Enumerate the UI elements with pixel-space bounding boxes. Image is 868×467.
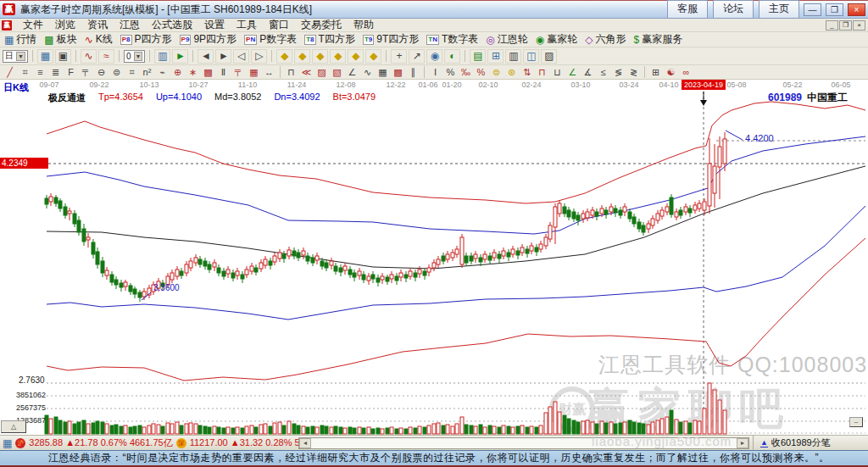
draw-tool-icon-8[interactable]: ⌗ — [125, 66, 139, 78]
view-tool-icon-6[interactable]: ≈ — [98, 49, 114, 64]
pane-collapse-button[interactable]: – — [849, 417, 863, 427]
view-tool-icon-2[interactable]: ▦ — [37, 49, 53, 64]
draw-tool-icon-31[interactable]: ‰ — [459, 66, 473, 78]
view-tool-icon-33[interactable]: ◫ — [523, 49, 539, 64]
draw-tool-icon-22[interactable]: ▧ — [330, 66, 344, 78]
view-tool-icon-32[interactable]: ▥ — [505, 49, 521, 64]
view-tool-icon-26[interactable]: ↗ — [409, 49, 425, 64]
toolbar-button-K线[interactable]: ∿K线 — [85, 32, 113, 47]
view-tool-icon-22[interactable]: ◆ — [348, 49, 364, 64]
toolbar-button-T数字表[interactable]: TNT数字表 — [426, 32, 478, 47]
close-button[interactable]: × — [848, 3, 865, 16]
toolbar-button-赢家轮[interactable]: ◉赢家轮 — [536, 32, 577, 47]
draw-tool-icon-4[interactable]: F — [64, 66, 78, 78]
draw-tool-icon-19[interactable]: ⊓ — [284, 66, 298, 78]
draw-tool-icon-32[interactable]: % — [474, 66, 488, 78]
toolbar-button-板块[interactable]: ▩板块 — [44, 32, 76, 47]
draw-tool-icon-33[interactable]: ⊜ — [489, 66, 504, 78]
draw-tool-icon-2[interactable]: ≡ — [33, 66, 47, 78]
menu-item-3[interactable]: 资讯 — [81, 19, 114, 32]
menu-item-8[interactable]: 窗口 — [263, 19, 295, 32]
scroll-right-button[interactable]: ▸ — [737, 438, 748, 448]
draw-tool-icon-34[interactable]: ⊛ — [504, 66, 519, 78]
draw-tool-icon-9[interactable]: n² — [140, 66, 154, 78]
draw-tool-icon-14[interactable]: Ⅱ — [216, 66, 231, 78]
view-tool-icon-15[interactable]: ◁ — [233, 49, 249, 64]
toolbar-button-P四方形[interactable]: P8P四方形 — [120, 32, 172, 47]
toolbar-button-P数字表[interactable]: PNP数字表 — [244, 32, 297, 47]
draw-tool-icon-23[interactable]: ∠ — [345, 66, 359, 78]
draw-tool-icon-41[interactable]: ≶ — [611, 66, 626, 78]
mdi-minimize-button[interactable]: _ — [826, 20, 838, 31]
draw-tool-icon-1[interactable]: ⌗ — [18, 66, 32, 78]
draw-tool-icon-39[interactable]: ∡ — [581, 66, 595, 78]
view-tool-icon-10[interactable]: ▥ — [154, 49, 170, 64]
minimize-button[interactable]: — — [804, 3, 821, 16]
view-tool-icon-13[interactable]: ◄ — [198, 49, 214, 64]
draw-tool-icon-6[interactable]: ⊖ — [94, 66, 108, 78]
draw-tool-icon-5[interactable]: 〒 — [79, 66, 93, 78]
draw-tool-icon-20[interactable]: ≪ — [299, 66, 314, 78]
draw-tool-icon-46[interactable]: ∞ — [679, 66, 693, 78]
menu-item-6[interactable]: 设置 — [198, 19, 231, 32]
view-tool-combo-8[interactable]: 0▼ — [124, 50, 146, 63]
draw-tool-icon-10[interactable]: ⌁ — [155, 66, 170, 78]
draw-tool-icon-40[interactable]: ≤ — [596, 66, 610, 78]
horizontal-scrollbar[interactable]: ◂ ▸ — [298, 437, 749, 449]
draw-tool-icon-7[interactable]: ⊜ — [109, 66, 124, 78]
toolbar-button-行情[interactable]: ▦行情 — [4, 32, 36, 47]
draw-tool-icon-25[interactable]: ▦ — [376, 66, 390, 78]
draw-tool-icon-26[interactable]: ▩ — [391, 66, 405, 78]
menu-item-7[interactable]: 工具 — [231, 19, 263, 32]
draw-tool-icon-3[interactable]: ≣ — [48, 66, 63, 78]
view-tool-icon-3[interactable]: ▣ — [55, 49, 71, 64]
view-tool-icon-28[interactable]: ◐ — [444, 49, 460, 64]
draw-tool-icon-0[interactable]: ╱ — [3, 66, 17, 78]
menu-item-5[interactable]: 公式选股 — [146, 19, 198, 32]
toolbar-button-9T四方形[interactable]: T99T四方形 — [363, 32, 419, 47]
draw-tool-icon-21[interactable]: ▨ — [314, 66, 329, 78]
scroll-left-button[interactable]: ◂ — [299, 438, 311, 448]
menu-item-2[interactable]: 浏览 — [49, 19, 81, 32]
maximize-button[interactable]: ❐ — [826, 3, 843, 16]
view-tool-icon-34[interactable]: ▨ — [541, 49, 557, 64]
toolbar-button-赢家服务[interactable]: $赢家服务 — [633, 32, 682, 47]
toolbar-button-9P四方形[interactable]: P99P四方形 — [180, 32, 236, 47]
draw-tool-icon-37[interactable]: ⊔ — [550, 66, 565, 78]
tab-daily-kline[interactable]: 日K线 — [3, 81, 29, 94]
view-tool-icon-5[interactable]: ∿ — [81, 49, 97, 64]
draw-tool-icon-11[interactable]: ⊕ — [170, 66, 185, 78]
homepage-button[interactable]: 主页 — [759, 0, 799, 19]
view-tool-icon-23[interactable]: ◆ — [365, 49, 381, 64]
draw-tool-icon-13[interactable]: ▩ — [201, 66, 215, 78]
toolbar-button-江恩轮[interactable]: ◎江恩轮 — [486, 32, 527, 47]
draw-tool-icon-35[interactable]: ⇅ — [520, 66, 534, 78]
draw-tool-icon-38[interactable]: ∠ — [565, 66, 580, 78]
draw-tool-icon-45[interactable]: ☯ — [664, 66, 678, 78]
draw-tool-icon-12[interactable]: ∗ — [186, 66, 200, 78]
mdi-restore-button[interactable]: ❐ — [839, 20, 852, 31]
view-tool-icon-25[interactable]: + — [391, 49, 407, 64]
view-tool-icon-16[interactable]: ▷ — [251, 49, 267, 64]
draw-tool-icon-15[interactable]: 〒 — [231, 66, 246, 78]
draw-tool-icon-16[interactable]: ▦ — [247, 66, 261, 78]
draw-tool-icon-17[interactable]: ↔ — [262, 66, 276, 78]
chart-svg[interactable] — [0, 80, 868, 435]
view-tool-icon-19[interactable]: ◆ — [294, 49, 310, 64]
view-tool-icon-11[interactable]: ► — [172, 49, 188, 64]
view-tool-icon-14[interactable]: ► — [215, 49, 231, 64]
menu-item-10[interactable]: 帮助 — [348, 19, 380, 32]
view-tool-icon-21[interactable]: ◆ — [330, 49, 346, 64]
toolbar-button-T四方形[interactable]: T8T四方形 — [304, 32, 355, 47]
draw-tool-icon-42[interactable]: ≷ — [626, 66, 641, 78]
pane-toggle-button[interactable]: △ — [1, 420, 26, 433]
menu-item-4[interactable]: 江恩 — [114, 19, 146, 32]
quote-grid-icon[interactable]: ▦ — [3, 437, 12, 449]
mdi-close-button[interactable]: × — [853, 20, 865, 31]
forum-button[interactable]: 论坛 — [713, 0, 754, 19]
service-button[interactable]: 客服 — [667, 0, 708, 19]
menu-item-9[interactable]: 交易委托 — [295, 19, 348, 32]
view-tool-icon-20[interactable]: ◆ — [312, 49, 328, 64]
view-tool-icon-30[interactable]: ▤ — [470, 49, 486, 64]
shanghai-index-values[interactable]: 3285.88 ▲21.78 0.67% 4661.75亿 — [29, 436, 172, 449]
